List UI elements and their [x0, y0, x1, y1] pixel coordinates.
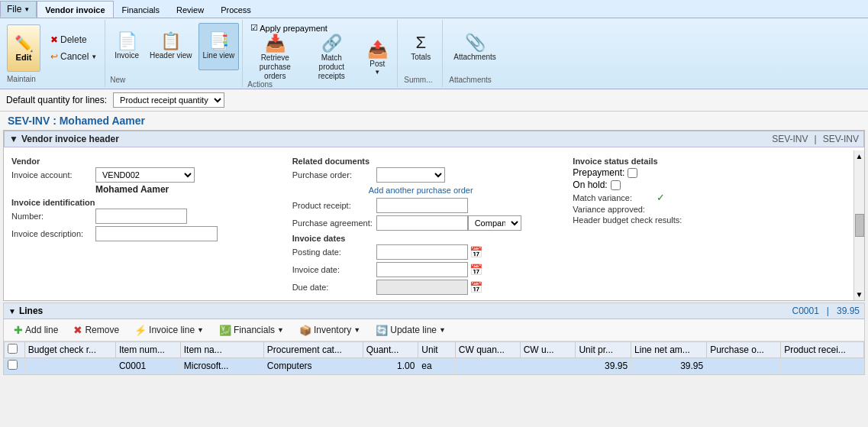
tab-vendor-invoice[interactable]: Vendor invoice	[37, 1, 113, 18]
inventory-dropdown-icon: ▼	[353, 326, 360, 334]
invoice-dates-title: Invoice dates	[292, 234, 566, 243]
financials-button[interactable]: 💹 Financials ▼	[214, 322, 289, 338]
invoice-description-input[interactable]: Services Invoice	[95, 226, 218, 241]
row-unit: ea	[418, 358, 455, 374]
tab-financials[interactable]: Financials	[114, 1, 169, 18]
invoice-date-calendar-icon[interactable]: 📅	[469, 264, 482, 276]
invoice-date-field: Invoice date: 📅	[292, 262, 566, 277]
vendor-invoice-header-section: ▼ Vendor invoice header SEV-INV | SEV-IN…	[4, 131, 864, 147]
row-item-name: Microsoft...	[180, 358, 263, 374]
match-receipts-icon: 🔗	[321, 35, 342, 52]
product-receipt-label: Product receipt:	[292, 201, 376, 210]
row-po	[707, 358, 781, 374]
totals-icon: Σ	[415, 34, 426, 51]
lines-ref-right: 39.95	[837, 306, 860, 316]
tab-review[interactable]: Review	[168, 1, 212, 18]
update-line-icon: 🔄	[376, 325, 388, 336]
cancel-dropdown-icon: ▼	[91, 53, 97, 60]
due-date-input[interactable]	[376, 280, 468, 295]
default-qty-label: Default quantity for lines:	[6, 95, 107, 105]
prepayment-field: Prepayment:	[573, 167, 846, 178]
invoice-line-button[interactable]: ⚡ Invoice line ▼	[129, 322, 209, 338]
invoice-number-label: Number:	[11, 212, 95, 221]
purchase-agreement-input1[interactable]: Purchase a	[376, 215, 468, 231]
th-proc-cat: Procurement cat...	[263, 342, 363, 358]
add-po-link[interactable]: Add another purchase order	[369, 186, 473, 195]
delete-button[interactable]: ✖ Delete	[47, 32, 101, 47]
match-variance-label: Match variance:	[573, 193, 657, 202]
remove-button[interactable]: ✖ Remove	[68, 322, 124, 338]
purchase-order-select[interactable]	[376, 167, 445, 183]
update-line-button[interactable]: 🔄 Update line ▼	[370, 322, 451, 338]
invoice-account-field: Invoice account: VEND002	[11, 167, 285, 183]
invoice-account-label: Invoice account:	[11, 170, 95, 180]
prepayment-checkbox-icon: ☑	[250, 23, 258, 33]
invoice-date-label: Invoice date:	[292, 265, 376, 274]
ref-separator: |	[815, 134, 817, 144]
file-tab-label: File	[7, 4, 21, 15]
lines-ref-separator: |	[827, 306, 829, 316]
th-qty: Quant...	[363, 342, 418, 358]
th-prod-rec: Product recei...	[781, 342, 864, 358]
match-variance-field: Match variance: ✓	[573, 192, 846, 203]
invoice-date-input[interactable]	[376, 262, 468, 277]
edit-button[interactable]: ✏️ Edit	[7, 24, 40, 72]
on-hold-label: On hold:	[573, 180, 607, 190]
row-line-net: 39.95	[631, 358, 707, 374]
scrollbar-thumb[interactable]	[855, 214, 864, 237]
row-checkbox[interactable]	[8, 360, 18, 370]
header-view-button[interactable]: 📋 Header view	[145, 23, 197, 70]
post-button[interactable]: 📤 Post ▼	[360, 36, 394, 80]
row-unit-pr: 39.95	[576, 358, 631, 374]
product-receipt-input[interactable]	[376, 198, 468, 213]
scrollbar-up-arrow[interactable]: ▲	[854, 150, 865, 162]
select-all-checkbox[interactable]	[8, 344, 18, 354]
inventory-icon: 📦	[299, 325, 311, 336]
default-qty-select[interactable]: Product receipt quantity	[113, 92, 224, 108]
tab-process[interactable]: Process	[212, 1, 260, 18]
attachments-button[interactable]: 📎 Attachments	[449, 24, 501, 72]
ref-right: SEV-INV	[823, 134, 859, 144]
due-date-calendar-icon[interactable]: 📅	[469, 281, 482, 293]
lines-section: ▼ Lines C0001 | 39.95 ✚ Add line ✖ Remov…	[3, 302, 865, 375]
th-checkbox	[5, 342, 25, 358]
post-dropdown-icon: ▼	[374, 69, 380, 76]
invoice-button[interactable]: 📄 Invoice	[110, 23, 144, 70]
th-cw-qty: CW quan...	[455, 342, 520, 358]
posting-date-input[interactable]: 9/7/2014	[376, 244, 468, 260]
attachments-icon: 📎	[465, 34, 486, 51]
match-receipts-button[interactable]: 🔗 Match product receipts	[304, 36, 359, 80]
posting-date-calendar-icon[interactable]: 📅	[469, 246, 482, 258]
ref-left: SEV-INV	[772, 134, 808, 144]
invoice-account-select[interactable]: VEND002	[95, 167, 195, 183]
retrieve-po-button[interactable]: 📥 Retrieve purchase orders	[247, 36, 302, 80]
tab-file[interactable]: File ▼	[0, 1, 37, 18]
cancel-button[interactable]: ↩ Cancel ▼	[47, 49, 101, 64]
lines-ref-left: C0001	[792, 306, 818, 316]
th-unit: Unit	[418, 342, 455, 358]
totals-button[interactable]: Σ Totals	[404, 24, 437, 72]
invoice-line-dropdown-icon: ▼	[197, 326, 204, 334]
prepayment-checkbox[interactable]	[628, 168, 637, 178]
inventory-button[interactable]: 📦 Inventory ▼	[294, 322, 366, 338]
vendor-name: Mohamed Aamer	[95, 184, 285, 195]
on-hold-checkbox[interactable]	[611, 180, 621, 190]
line-view-button[interactable]: 📑 Line view	[198, 23, 240, 70]
purchase-agreement-field: Purchase agreement: Purchase a Compan...	[292, 215, 566, 231]
invoice-number-input[interactable]: SEV-INV	[95, 209, 187, 224]
add-line-button[interactable]: ✚ Add line	[8, 322, 63, 338]
scrollbar-down-arrow[interactable]: ▼	[854, 289, 865, 300]
edit-icon: ✏️	[15, 34, 34, 53]
lines-collapse-icon[interactable]: ▼	[8, 307, 16, 315]
table-row[interactable]: C0001 Microsoft... Computers 1.00 ea 39.…	[5, 358, 864, 374]
row-proc-cat: Computers	[263, 358, 363, 374]
purchase-agreement-select[interactable]: Compan...	[468, 215, 521, 231]
remove-icon: ✖	[73, 324, 82, 336]
section-title: Vendor invoice header	[21, 134, 119, 144]
default-qty-bar: Default quantity for lines: Product rece…	[0, 89, 868, 112]
update-line-dropdown-icon: ▼	[439, 326, 446, 334]
section-collapse-icon[interactable]: ▼	[9, 134, 18, 144]
invoice-icon: 📄	[117, 33, 137, 50]
th-item-num: Item num...	[115, 342, 180, 358]
apply-prepayment-button[interactable]: ☑ Apply prepayment	[247, 21, 394, 34]
